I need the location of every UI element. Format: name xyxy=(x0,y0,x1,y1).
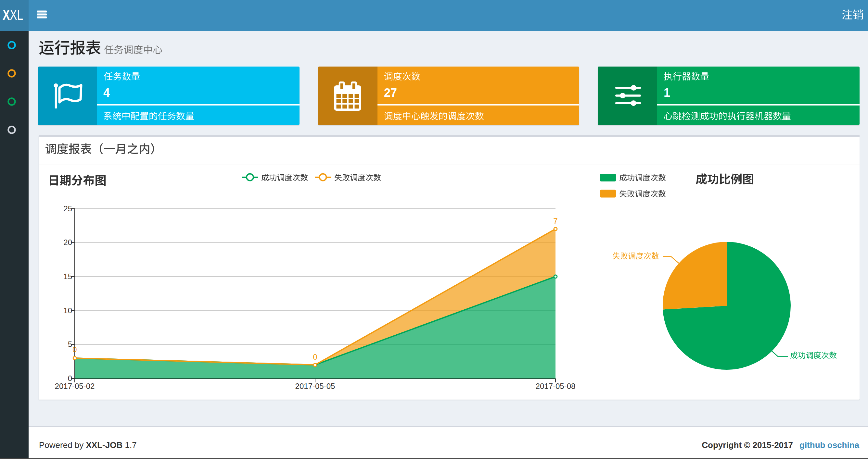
svg-text:1: 1 xyxy=(664,86,670,99)
svg-text:2017-05-05: 2017-05-05 xyxy=(295,382,335,391)
svg-text:Powered by XXL-JOB 1.7: Powered by XXL-JOB 1.7 xyxy=(39,440,137,450)
svg-text:4: 4 xyxy=(103,86,110,99)
svg-text:github: github xyxy=(800,440,825,450)
svg-text:2017-05-02: 2017-05-02 xyxy=(55,382,95,391)
svg-text:15: 15 xyxy=(63,272,72,281)
svg-text:0: 0 xyxy=(72,345,77,354)
svg-text:27: 27 xyxy=(384,86,397,99)
svg-text:25: 25 xyxy=(63,204,72,213)
svg-text:10: 10 xyxy=(63,306,72,315)
svg-text:0: 0 xyxy=(313,353,317,361)
svg-text:7: 7 xyxy=(553,217,557,225)
svg-text:2017-05-08: 2017-05-08 xyxy=(536,382,576,391)
svg-text:Copyright © 2015-2017: Copyright © 2015-2017 xyxy=(702,440,793,450)
svg-text:oschina: oschina xyxy=(827,440,860,450)
svg-text:XXL: XXL xyxy=(3,7,23,23)
svg-text:0: 0 xyxy=(68,374,72,383)
svg-text:5: 5 xyxy=(68,340,72,349)
svg-text:20: 20 xyxy=(63,238,72,247)
